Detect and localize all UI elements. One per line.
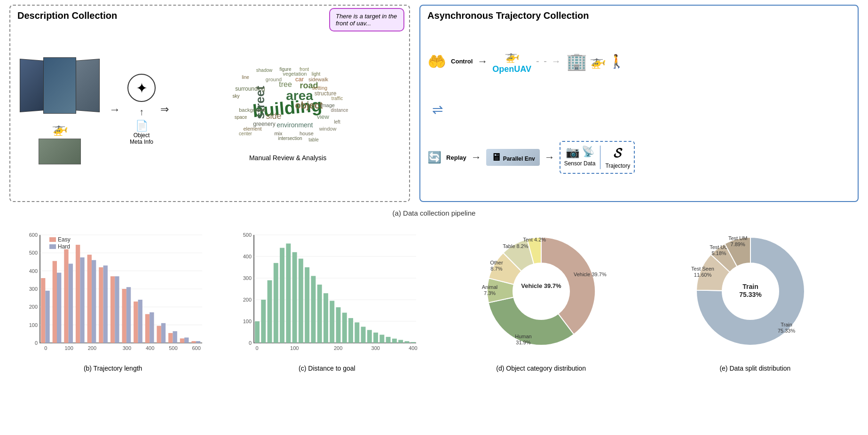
- gpu-icon: 🖥: [491, 151, 501, 163]
- replay-icon: 🔄: [427, 151, 442, 164]
- async-trajectory-panel: Asynchronous Trajectory Collection 🤲 Con…: [419, 5, 859, 202]
- replay-label: Replay: [446, 154, 466, 161]
- svg-text:object: object: [295, 100, 323, 110]
- svg-text:Human31.9%: Human31.9%: [515, 334, 531, 345]
- solid-arrow-gpu: →: [544, 151, 555, 163]
- triptych-left: [20, 58, 45, 112]
- images-group: 🚁: [17, 55, 102, 164]
- svg-text:car: car: [295, 76, 304, 83]
- desc-collection-panel: Description Collection There is a target…: [9, 5, 410, 202]
- replay-section: 🔄 Replay: [427, 151, 466, 164]
- drone-city-icon: 🚁: [590, 54, 606, 69]
- wordcloud-area: building area street road tree object si…: [174, 58, 402, 162]
- caption-a: (a) Data collection pipeline: [9, 209, 859, 217]
- triptych-right: [75, 58, 100, 112]
- svg-text:figure: figure: [280, 67, 292, 72]
- svg-text:traffic: traffic: [331, 96, 343, 101]
- svg-text:Test Seen11.60%: Test Seen11.60%: [691, 266, 714, 278]
- svg-text:Animal7.3%: Animal7.3%: [481, 284, 497, 296]
- svg-text:Vehicle 39.7%: Vehicle 39.7%: [521, 282, 561, 289]
- drone-icon: 🚁: [52, 121, 68, 136]
- shuffle-icon: ⇌: [432, 102, 443, 117]
- category-donut: Vehicle 39.7%Human31.9%Animal7.3%Other8.…: [471, 221, 612, 362]
- sensor-traj-box: 📷 📡 Sensor Data 𝓢 Trajectory: [560, 141, 635, 174]
- split-donut: Train75.33%Test Seen11.60%Test UO5.18%Te…: [685, 221, 826, 362]
- divider: [600, 146, 600, 169]
- traj-length-title: (b) Trajectory length: [84, 365, 142, 372]
- svg-text:side: side: [266, 111, 282, 121]
- svg-text:ground: ground: [266, 77, 282, 82]
- trajectory-label: Trajectory: [605, 163, 630, 169]
- gpu-box: 🖥 Parallel Env: [486, 149, 540, 166]
- speech-bubble: There is a target in the front of uav...: [329, 8, 404, 31]
- sensor-data-label: Sensor Data: [564, 160, 596, 167]
- wordcloud-svg: building area street road tree object si…: [227, 58, 349, 152]
- main-container: Description Collection There is a target…: [0, 0, 868, 435]
- svg-text:intersection: intersection: [278, 136, 302, 141]
- camera-icon-2: 📡: [582, 146, 594, 159]
- svg-text:Vehicle 39.7%: Vehicle 39.7%: [574, 272, 607, 277]
- building-group: 🏢 🚁 🚶: [566, 52, 625, 71]
- svg-text:left: left: [334, 119, 340, 124]
- parallel-env-label: Parallel Env: [503, 155, 535, 162]
- top-section: Description Collection There is a target…: [9, 5, 859, 202]
- svg-text:setting: setting: [312, 85, 327, 91]
- svg-text:line: line: [242, 75, 249, 80]
- control-row: 🤲 Control → 🚁 OpenUAV - - → 🏢 🚁 🚶: [427, 26, 851, 97]
- svg-text:front: front: [300, 67, 309, 72]
- double-arrow: ⇒: [160, 103, 169, 116]
- svg-text:Tent 4.2%: Tent 4.2%: [523, 237, 546, 242]
- traj-length-chart-container: (b) Trajectory length: [9, 221, 216, 372]
- category-donut-title: (d) Object category distribution: [496, 365, 586, 372]
- building-icon: 🏢: [566, 52, 587, 71]
- svg-text:environment: environment: [277, 121, 313, 129]
- split-donut-title: (e) Data split distribution: [719, 365, 790, 372]
- svg-text:table: table: [308, 137, 319, 142]
- triptych: [20, 55, 100, 116]
- dashed-arrow-control: - - →: [536, 56, 561, 67]
- openuav-group: 🚁 OpenUAV: [492, 49, 531, 74]
- category-donut-container: Vehicle 39.7%Human31.9%Animal7.3%Other8.…: [438, 221, 645, 372]
- dist-goal-title: (c) Distance to goal: [299, 365, 355, 372]
- svg-text:Test UM7.89%: Test UM7.89%: [728, 235, 747, 247]
- svg-text:view: view: [317, 113, 330, 120]
- camera-icons: 📷 📡: [566, 146, 594, 159]
- solid-arrow-replay: →: [471, 151, 481, 163]
- svg-text:Other8.7%: Other8.7%: [490, 260, 503, 272]
- manual-review-label: Manual Review & Analysis: [249, 154, 326, 162]
- drone-uav-icon: 🚁: [505, 49, 520, 63]
- control-label: Control: [451, 58, 473, 65]
- svg-text:75.33%: 75.33%: [739, 291, 762, 298]
- svg-text:light: light: [312, 71, 321, 77]
- traj-length-chart: [19, 221, 207, 362]
- traj-symbol: 𝓢: [614, 146, 622, 161]
- person-icon: 🚶: [608, 54, 625, 69]
- dist-goal-chart: [233, 221, 421, 362]
- sensor-data-group: 📷 📡 Sensor Data: [564, 146, 596, 169]
- replay-row: 🔄 Replay → 🖥 Parallel Env → 📷: [427, 122, 851, 194]
- async-traj-title: Asynchronous Trajectory Collection: [427, 10, 851, 21]
- up-arrow-meta: ↑: [139, 107, 144, 117]
- camera-icon-1: 📷: [566, 146, 580, 159]
- svg-text:center: center: [239, 131, 252, 136]
- triptych-center: [43, 57, 76, 114]
- svg-text:sidewalk: sidewalk: [308, 77, 329, 82]
- openuav-label: OpenUAV: [492, 64, 531, 74]
- bottom-section: (b) Trajectory length (c) Distance to go…: [9, 221, 859, 427]
- control-section: 🤲 Control: [427, 53, 473, 70]
- shuffle-row: ⇌: [427, 102, 851, 117]
- openai-logo: ✦: [127, 74, 156, 102]
- svg-text:surrounding: surrounding: [235, 85, 265, 92]
- svg-text:Train: Train: [742, 283, 758, 290]
- svg-text:distance: distance: [331, 108, 348, 113]
- desc-inner: 🚁 → ✦ ↑ 📄 ObjectMeta Info ⇒: [17, 26, 402, 193]
- solid-arrow-control: →: [477, 55, 488, 68]
- svg-text:shadow: shadow: [256, 68, 273, 73]
- arrow-to-gpt: →: [109, 103, 120, 116]
- svg-text:Table 8.2%: Table 8.2%: [503, 243, 529, 249]
- ground-image: [39, 139, 81, 164]
- dist-goal-chart-container: (c) Distance to goal: [223, 221, 430, 372]
- svg-text:sky: sky: [233, 93, 240, 99]
- trajectory-group: 𝓢 Trajectory: [605, 146, 630, 169]
- obj-meta-label: 📄 ObjectMeta Info: [130, 120, 153, 145]
